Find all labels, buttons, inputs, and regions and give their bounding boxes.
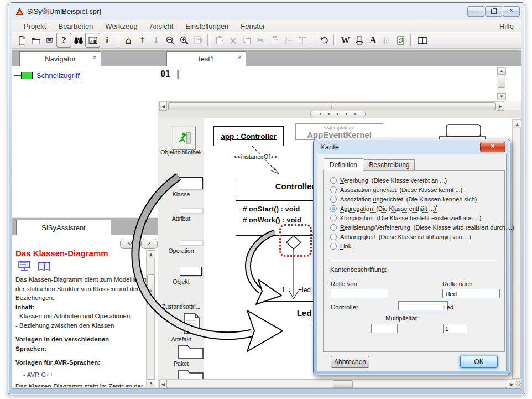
radio-option-vererbung[interactable]: Vererbung(Diese Klasse vererbt an ...) xyxy=(330,175,502,185)
tab-beschreibung[interactable]: Beschreibung xyxy=(364,159,415,171)
search-icon[interactable] xyxy=(71,33,85,47)
tree-item-schnellzugriff[interactable]: Schnellzugriff xyxy=(35,71,81,80)
computer-icon[interactable] xyxy=(18,261,32,272)
radio-icon[interactable] xyxy=(330,234,337,240)
menu-werkzeug[interactable]: Werkzeug xyxy=(105,22,137,30)
scroll-left-icon[interactable]: ◀ xyxy=(159,102,167,111)
scroll-up-icon[interactable]: ▲ xyxy=(147,250,155,258)
rolle-von-input[interactable] xyxy=(331,289,388,298)
zoom-out-icon[interactable] xyxy=(163,33,177,47)
diagram-view-icon[interactable] xyxy=(85,33,100,48)
page-number-area[interactable]: 01 | ▲ ▼ xyxy=(158,66,521,101)
palette-paket-tool[interactable] xyxy=(178,343,204,360)
mult-from-input[interactable] xyxy=(371,324,398,333)
tab-navigator[interactable]: Navigator × xyxy=(19,51,101,66)
scroll-down-icon[interactable]: ▼ xyxy=(147,379,155,387)
report-help-icon[interactable]: ? xyxy=(191,33,205,47)
documentation-icon[interactable] xyxy=(415,33,429,47)
resize-grip[interactable] xyxy=(516,381,521,387)
mult-to-input[interactable] xyxy=(443,324,467,333)
undo-icon[interactable] xyxy=(317,33,331,47)
paste-icon[interactable] xyxy=(268,33,281,47)
radio-icon[interactable] xyxy=(330,215,337,221)
mail-icon[interactable] xyxy=(43,33,56,47)
ok-button[interactable]: OK xyxy=(460,356,498,368)
assistant-scrollbar[interactable]: ▲ ▼ xyxy=(146,250,155,387)
menu-einstellungen[interactable]: Einstellungen xyxy=(185,22,228,30)
close-icon[interactable]: × xyxy=(503,6,520,17)
scroll-thumb[interactable] xyxy=(147,274,155,305)
filter-icon[interactable] xyxy=(295,33,309,47)
copy-icon[interactable] xyxy=(240,33,254,47)
minimize-icon[interactable]: – xyxy=(467,6,484,17)
maximize-icon[interactable] xyxy=(485,6,502,17)
radio-option-komposition[interactable]: Komposition(Die Klasse besteht existenzi… xyxy=(330,213,502,222)
title-bar[interactable]: SiSy®[UmlBeispiel.spr] –× xyxy=(8,3,525,20)
close-tab-icon[interactable]: × xyxy=(237,54,242,61)
radio-icon[interactable] xyxy=(330,224,337,231)
paste-import-icon[interactable] xyxy=(212,33,226,47)
radio-option-abhaengigkeit[interactable]: Abhängigkeit(Diese Klasse ist abhängig v… xyxy=(330,232,502,241)
home-icon[interactable] xyxy=(122,33,135,47)
uml-object-app-controller[interactable]: app : Controller xyxy=(213,126,284,146)
radio-icon[interactable] xyxy=(330,186,337,193)
radio-option-assoziation-ungerichtet[interactable]: Assoziation ungerichtet(Die Klassen kenn… xyxy=(330,194,502,204)
scroll-thumb[interactable] xyxy=(333,380,353,388)
bottom-hscrollbar[interactable]: ◀ ▶ xyxy=(159,379,515,388)
edge-name-input[interactable] xyxy=(398,301,448,310)
open-project-icon[interactable] xyxy=(29,33,43,47)
menu-bearbeiten[interactable]: Bearbeiten xyxy=(58,22,93,30)
palette-extra-tool[interactable] xyxy=(178,368,204,379)
radio-icon[interactable] xyxy=(330,177,337,184)
tab-test1[interactable]: test1 × xyxy=(166,51,246,66)
avr-cpp-link[interactable]: - AVR C++ xyxy=(23,370,149,380)
radio-icon[interactable] xyxy=(330,196,337,203)
palette-klasse-tool[interactable] xyxy=(179,177,203,189)
delete-icon[interactable] xyxy=(226,33,240,47)
scroll-right-icon[interactable]: ▶ xyxy=(497,102,504,111)
dotted-list-icon[interactable] xyxy=(380,33,394,47)
diagram-vscrollbar[interactable]: ▲ xyxy=(512,119,521,379)
refresh-icon[interactable] xyxy=(394,33,408,47)
scroll-thumb[interactable] xyxy=(168,102,496,110)
zoom-in-icon[interactable] xyxy=(177,33,191,47)
tab-definition[interactable]: Definition xyxy=(324,158,363,171)
rolle-nach-input[interactable] xyxy=(442,289,500,298)
palette-artefakt-tool[interactable] xyxy=(182,313,201,335)
cut-icon[interactable] xyxy=(254,33,268,47)
navigate-up-icon[interactable] xyxy=(135,33,149,47)
palette-objekt-tool[interactable] xyxy=(180,267,202,276)
uml-class-appeventkernel[interactable]: <<template>> AppEventKernel xyxy=(295,123,383,140)
palette-attribut-tool[interactable] xyxy=(180,208,203,214)
palette-operation-tool[interactable] xyxy=(180,240,203,245)
radio-option-link[interactable]: Link xyxy=(330,241,502,251)
menu-ansicht[interactable]: Ansicht xyxy=(150,22,174,30)
splitter-handle[interactable] xyxy=(310,111,366,117)
menu-hilfe[interactable]: Hilfe xyxy=(499,22,514,30)
print-icon[interactable] xyxy=(352,33,366,47)
menu-projekt[interactable]: Projekt xyxy=(24,22,46,30)
radio-option-assoziation-gerichtet[interactable]: Assoziation gerichtet(Diese Klasse kennt… xyxy=(330,185,502,194)
font-icon[interactable] xyxy=(366,33,380,47)
radio-icon[interactable] xyxy=(330,205,337,212)
menu-fenster[interactable]: Fenster xyxy=(241,22,265,30)
tab-sisyassistent[interactable]: SiSyAssistent xyxy=(16,220,111,235)
scroll-thumb[interactable] xyxy=(498,76,505,88)
close-tab-icon[interactable]: × xyxy=(92,54,97,61)
sort-list-icon[interactable] xyxy=(281,33,295,47)
text-area-scrollbar[interactable]: ▲ ▼ xyxy=(497,67,505,100)
info-icon[interactable] xyxy=(100,33,114,47)
scroll-right-icon[interactable]: ▶ xyxy=(508,380,515,388)
dialog-close-icon[interactable]: × xyxy=(480,142,505,152)
scroll-up-icon[interactable]: ▲ xyxy=(497,68,506,75)
assistant-back-button[interactable]: << xyxy=(120,239,141,249)
radio-icon[interactable] xyxy=(330,243,337,250)
new-document-icon[interactable] xyxy=(15,33,29,47)
radio-option-aggregation[interactable]: Aggregation(Die Klasse enthält ...) xyxy=(330,204,502,213)
palette-objektbibliothek-button[interactable] xyxy=(172,126,196,150)
assistant-forward-button[interactable]: > xyxy=(141,239,158,249)
book-icon[interactable] xyxy=(38,261,51,272)
navigate-down-icon[interactable] xyxy=(149,33,163,47)
scroll-up-icon[interactable]: ▲ xyxy=(513,121,521,128)
help-icon[interactable] xyxy=(56,33,71,48)
